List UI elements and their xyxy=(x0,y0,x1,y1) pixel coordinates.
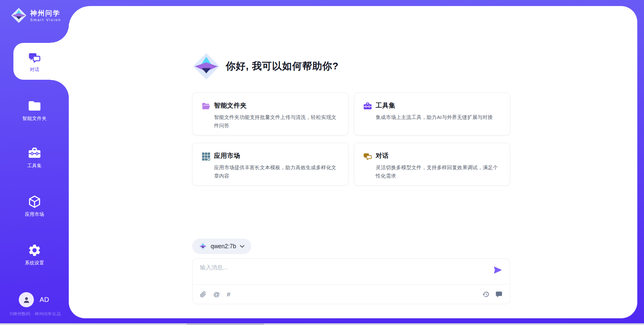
toolbar-left-group: @ # xyxy=(200,291,230,298)
sidebar-item-label: 系统设置 xyxy=(25,260,44,265)
briefcase-icon xyxy=(363,102,372,111)
person-icon xyxy=(22,296,31,304)
feature-card-title: 工具集 xyxy=(376,101,500,110)
history-button[interactable] xyxy=(482,291,489,298)
feature-card-title: 应用市场 xyxy=(214,151,338,160)
history-icon xyxy=(482,291,489,298)
message-input[interactable] xyxy=(199,263,486,283)
feature-card-description: 集成市场上主流工具，助力AI与外界无缝扩展与对接 xyxy=(376,113,500,121)
send-button[interactable] xyxy=(493,265,502,275)
feature-card-app-market[interactable]: 应用市场 应用市场提供丰富长文本模板，助力高效生成多样化文章内容 xyxy=(192,143,348,186)
model-selector[interactable]: qwen2:7b xyxy=(192,239,251,254)
copyright-text: ©神州数码 · 神州问学出品 xyxy=(0,311,70,317)
composer-toolbar: @ # xyxy=(200,288,502,300)
toolbar-right-group xyxy=(482,291,502,298)
brand-logo: 神州问学 Smart Vision xyxy=(11,7,61,23)
toolbox-icon xyxy=(28,146,42,160)
greeting-title: 你好, 我可以如何帮助你? xyxy=(226,60,339,73)
model-diamond-icon xyxy=(199,242,207,250)
chat-icon xyxy=(28,51,41,64)
brand-diamond-icon xyxy=(11,7,27,23)
assistant-diamond-icon xyxy=(192,52,220,80)
tab-fillet-top xyxy=(51,24,69,43)
sidebar-item-label: 应用市场 xyxy=(25,212,44,216)
composer-divider xyxy=(193,284,510,284)
feature-card-toolset[interactable]: 工具集 集成市场上主流工具，助力AI与外界无缝扩展与对接 xyxy=(354,92,510,135)
main-content-layer: 你好, 我可以如何帮助你? 智能文件夹 智能文件夹功能支持批量文件上传与清洗，轻… xyxy=(69,6,637,318)
sidebar-item-toolset[interactable]: 工具集 xyxy=(0,146,69,168)
feature-card-description: 应用市场提供丰富长文本模板，助力高效生成多样化文章内容 xyxy=(214,163,338,180)
feature-card-title: 智能文件夹 xyxy=(214,101,338,110)
sidebar-item-label: 工具集 xyxy=(27,163,42,168)
mention-icon[interactable]: @ xyxy=(213,291,220,298)
avatar xyxy=(19,292,34,307)
folder-icon xyxy=(28,99,42,113)
folder-open-icon xyxy=(201,102,211,111)
send-icon xyxy=(493,265,502,275)
feature-card-title: 对话 xyxy=(376,151,500,160)
feature-card-chat[interactable]: 对话 灵活切换多模型文件，支持多样回复效果调试，满足个性化需求 xyxy=(354,143,510,186)
cube-icon xyxy=(28,195,42,209)
brand-name: 神州问学 xyxy=(30,9,61,17)
sidebar-item-label: 对话 xyxy=(30,67,39,72)
sidebar-item-chat[interactable]: 对话 xyxy=(13,43,69,80)
paperclip-icon xyxy=(200,291,206,298)
greeting-block: 你好, 我可以如何帮助你? xyxy=(192,52,339,80)
app-window: 神州问学 Smart Vision 对话 智能文件夹 工具集 xyxy=(0,0,644,325)
model-name: qwen2:7b xyxy=(211,243,236,250)
sidebar-item-label: 智能文件夹 xyxy=(22,116,47,121)
feature-card-grid: 智能文件夹 智能文件夹功能支持批量文件上传与清洗，轻松实现文件问答 工具集 集成… xyxy=(192,92,510,186)
tab-fillet-bottom xyxy=(51,80,69,98)
app-grid-icon xyxy=(201,152,211,161)
sidebar-item-app-market[interactable]: 应用市场 xyxy=(0,195,69,216)
sidebar-item-settings[interactable]: 系统设置 xyxy=(0,243,69,265)
user-profile[interactable]: AD xyxy=(19,292,49,307)
feature-card-smart-folder[interactable]: 智能文件夹 智能文件夹功能支持批量文件上传与清洗，轻松实现文件问答 xyxy=(192,92,348,135)
scrollbar-thumb[interactable] xyxy=(187,323,264,325)
gear-icon xyxy=(28,243,42,257)
chat-square-icon xyxy=(495,291,502,298)
chat-icon xyxy=(363,152,372,161)
brand-subtitle: Smart Vision xyxy=(30,18,61,22)
sidebar-item-smart-folder[interactable]: 智能文件夹 xyxy=(0,99,69,121)
chevron-down-icon xyxy=(240,245,245,248)
feature-card-description: 灵活切换多模型文件，支持多样回复效果调试，满足个性化需求 xyxy=(376,163,500,180)
feature-card-description: 智能文件夹功能支持批量文件上传与清洗，轻松实现文件问答 xyxy=(214,113,338,130)
horizontal-scrollbar[interactable] xyxy=(0,323,644,325)
message-composer: @ # xyxy=(192,258,510,304)
hashtag-icon[interactable]: # xyxy=(227,291,230,298)
user-initials: AD xyxy=(40,296,49,304)
chat-history-button[interactable] xyxy=(495,291,502,298)
attach-file-button[interactable] xyxy=(200,291,206,298)
